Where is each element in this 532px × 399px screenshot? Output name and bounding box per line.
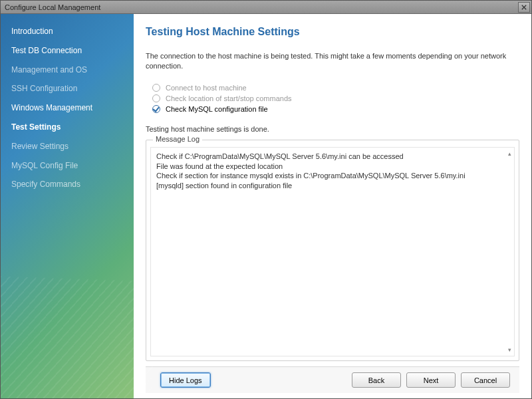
sidebar-item-mysql-config-file[interactable]: MySQL Config File — [1, 156, 134, 176]
window-title: Configure Local Management — [2, 3, 518, 11]
log-line: Check if section for instance mysqld exi… — [156, 171, 509, 181]
sidebar-item-introduction[interactable]: Introduction — [1, 22, 134, 41]
cancel-button[interactable]: Cancel — [461, 372, 510, 388]
check-label: Check location of start/stop commands — [166, 94, 292, 102]
sidebar-item-management-and-os[interactable]: Management and OS — [1, 61, 134, 80]
status-text: Testing host machine settings is done. — [146, 125, 519, 133]
titlebar[interactable]: Configure Local Management — [1, 1, 531, 14]
check-start-stop-commands: Check location of start/stop commands — [152, 94, 519, 102]
log-line: [mysqld] section found in configuration … — [156, 181, 509, 191]
back-button[interactable]: Back — [352, 372, 401, 388]
message-log-legend: Message Log — [153, 135, 202, 143]
sidebar-item-test-settings[interactable]: Test Settings — [1, 118, 134, 137]
main-panel: Testing Host Machine Settings The connec… — [134, 14, 531, 398]
footer: Hide Logs Back Next Cancel — [146, 366, 519, 393]
page-title: Testing Host Machine Settings — [146, 26, 519, 38]
log-line: Check if C:\ProgramData\MySQL\MySQL Serv… — [156, 152, 509, 162]
log-line: File was found at the expected location — [156, 162, 509, 172]
message-log-group: Message Log ▴ Check if C:\ProgramData\My… — [146, 140, 519, 361]
next-button[interactable]: Next — [406, 372, 456, 388]
check-icon — [152, 105, 160, 113]
scroll-up-icon[interactable]: ▴ — [508, 150, 511, 157]
scroll-down-icon[interactable]: ▾ — [508, 346, 511, 353]
intro-text: The connection to the host machine is be… — [146, 51, 519, 72]
radio-icon — [152, 84, 160, 92]
sidebar-item-windows-management[interactable]: Windows Management — [1, 98, 134, 118]
radio-icon — [152, 94, 160, 102]
sidebar-item-ssh-configuration[interactable]: SSH Configuration — [1, 79, 134, 98]
sidebar-item-specify-commands[interactable]: Specify Commands — [1, 175, 134, 194]
check-list: Connect to host machine Check location o… — [152, 81, 519, 116]
sidebar: Introduction Test DB Connection Manageme… — [1, 14, 134, 398]
hide-logs-button[interactable]: Hide Logs — [160, 372, 211, 388]
body: Introduction Test DB Connection Manageme… — [1, 14, 531, 398]
message-log-box[interactable]: ▴ Check if C:\ProgramData\MySQL\MySQL Se… — [150, 147, 515, 356]
check-connect-host: Connect to host machine — [152, 84, 519, 92]
wizard-window: Configure Local Management Introduction … — [0, 0, 532, 399]
close-icon — [521, 5, 527, 10]
check-mysql-config-file: Check MySQL configuration file — [152, 105, 519, 113]
check-label: Connect to host machine — [166, 84, 247, 92]
check-label: Check MySQL configuration file — [166, 105, 268, 113]
close-button[interactable] — [518, 2, 530, 13]
sidebar-item-review-settings[interactable]: Review Settings — [1, 137, 134, 156]
sidebar-item-test-db-connection[interactable]: Test DB Connection — [1, 41, 134, 61]
